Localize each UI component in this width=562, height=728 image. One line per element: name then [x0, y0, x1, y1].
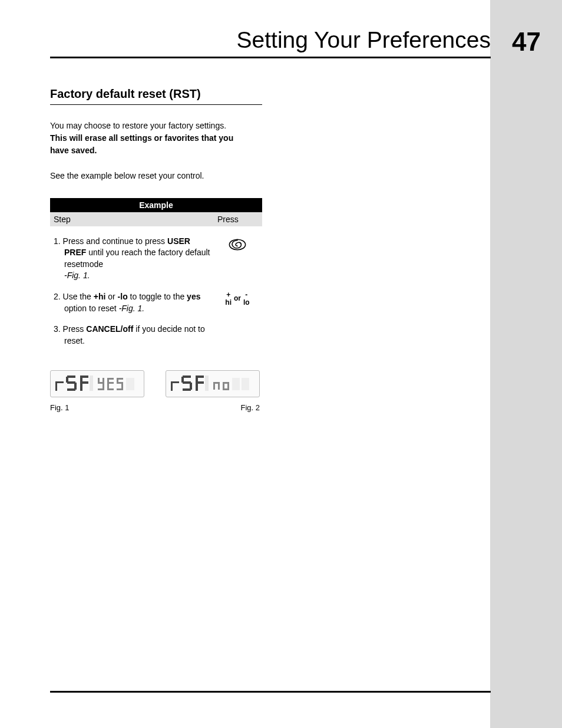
spiral-user-pref-icon — [228, 246, 247, 255]
svg-rect-4 — [67, 381, 75, 384]
column-step: Step — [54, 215, 217, 224]
example-column-headers: Step Press — [50, 212, 262, 226]
svg-rect-10 — [80, 375, 88, 378]
step-3-text: 3. Press CANCEL/off if you decide not to… — [54, 324, 217, 347]
column-press: Press — [217, 215, 257, 224]
page-header: Setting Your Preferences 47 — [50, 27, 491, 58]
svg-rect-49 — [227, 383, 229, 389]
step-2-press: + hi or - lo — [217, 291, 257, 306]
svg-rect-30 — [171, 383, 173, 391]
svg-rect-35 — [181, 377, 184, 383]
step-1-text: 1. Press and continue to press USER PREF… — [54, 236, 217, 282]
step-2-t3: to toggle to the — [128, 292, 187, 301]
svg-rect-6 — [66, 377, 68, 383]
page-sidebar — [490, 0, 562, 728]
svg-rect-28 — [121, 383, 123, 389]
manual-page: Setting Your Preferences 47 Factory defa… — [0, 0, 562, 728]
step-1-t2: until you reach the factory default rese… — [64, 248, 210, 269]
plus-sign: + — [225, 291, 232, 299]
seven-segment-no-icon — [212, 373, 252, 394]
table-row: 3. Press CANCEL/off if you decide not to… — [50, 314, 262, 353]
minus-sign: - — [243, 291, 250, 299]
svg-rect-33 — [183, 381, 191, 384]
step-2-b3: yes — [187, 292, 200, 301]
step-1-t1: Press and continue to press — [63, 236, 167, 246]
hi-label: hi — [225, 299, 232, 307]
svg-rect-51 — [242, 378, 249, 390]
svg-rect-29 — [126, 378, 134, 390]
step-2-b2: -lo — [118, 292, 128, 301]
step-2-t4: option to reset — [64, 304, 119, 313]
table-row: 2. Use the +hi or -lo to toggle to the y… — [50, 282, 262, 314]
example-header: Example — [50, 198, 262, 212]
section-title: Factory default reset (RST) — [50, 87, 262, 105]
step-number: 2. — [54, 292, 61, 301]
intro-bold-1: This will erase all settings or favorite… — [50, 133, 262, 144]
plus-hi-icon: + hi — [225, 291, 232, 306]
intro-see: See the example below reset your control… — [50, 170, 262, 182]
svg-rect-11 — [80, 381, 88, 384]
svg-rect-3 — [67, 375, 75, 378]
svg-rect-31 — [171, 381, 179, 383]
step-3-b1: CANCEL/off — [86, 324, 133, 334]
svg-rect-42 — [205, 375, 209, 391]
hi-lo-toggle-icon: + hi or - lo — [217, 291, 257, 306]
figure-1-label: Fig. 1 — [50, 403, 144, 412]
svg-rect-40 — [196, 381, 204, 384]
step-2-b1: +hi — [94, 292, 106, 301]
seven-segment-rst-icon — [54, 373, 95, 394]
step-2-t2: or — [105, 292, 117, 301]
svg-rect-36 — [190, 383, 192, 390]
or-label: or — [234, 295, 241, 302]
example-table: Example Step Press 1. Press and continue… — [50, 198, 262, 353]
svg-rect-41 — [196, 388, 198, 391]
lcd-display-2 — [166, 370, 260, 397]
svg-rect-27 — [117, 379, 118, 383]
svg-rect-1 — [55, 383, 57, 391]
svg-rect-5 — [67, 388, 75, 391]
page-title: Setting Your Preferences — [237, 27, 491, 53]
figures-row: Fig. 1 — [50, 370, 262, 412]
table-row: 1. Press and continue to press USER PREF… — [50, 226, 262, 282]
minus-lo-icon: - lo — [243, 291, 250, 306]
svg-rect-39 — [196, 375, 204, 378]
svg-rect-15 — [103, 378, 104, 383]
svg-rect-14 — [98, 378, 100, 383]
step-2-fig: -Fig. 1. — [119, 304, 145, 313]
svg-rect-13 — [90, 375, 93, 391]
svg-rect-34 — [183, 388, 191, 391]
figure-1: Fig. 1 — [50, 370, 144, 412]
page-number: 47 — [512, 27, 541, 57]
svg-rect-12 — [80, 388, 82, 391]
svg-rect-23 — [107, 383, 109, 389]
title-row: Setting Your Preferences — [50, 27, 491, 58]
svg-rect-18 — [98, 388, 104, 390]
seven-segment-yes-icon — [97, 373, 137, 394]
figure-2: Fig. 2 — [166, 370, 260, 412]
lo-label: lo — [243, 299, 250, 307]
step-2-t1: Use the — [63, 292, 94, 301]
step-number: 1. — [54, 236, 61, 246]
step-3-t1: Press — [63, 324, 87, 334]
lcd-display-1 — [50, 370, 144, 397]
step-1-fig: -Fig. 1. — [64, 271, 90, 280]
svg-rect-2 — [55, 381, 64, 383]
content-area: Factory default reset (RST) You may choo… — [50, 87, 262, 412]
svg-rect-48 — [223, 383, 224, 389]
svg-rect-44 — [213, 383, 215, 390]
svg-rect-22 — [107, 379, 109, 383]
svg-rect-32 — [183, 375, 191, 378]
figure-2-label: Fig. 2 — [166, 403, 260, 412]
step-2-text: 2. Use the +hi or -lo to toggle to the y… — [54, 291, 217, 314]
svg-rect-50 — [232, 378, 240, 390]
intro-text: You may choose to restore your factory s… — [50, 120, 262, 182]
footer-rule — [50, 691, 491, 693]
svg-rect-7 — [74, 383, 77, 390]
step-number: 3. — [54, 324, 61, 334]
svg-rect-45 — [218, 383, 220, 390]
intro-line-1: You may choose to restore your factory s… — [50, 120, 262, 131]
step-1-press — [217, 236, 257, 257]
intro-bold-2: have saved. — [50, 145, 262, 156]
seven-segment-rst-icon — [170, 373, 211, 394]
